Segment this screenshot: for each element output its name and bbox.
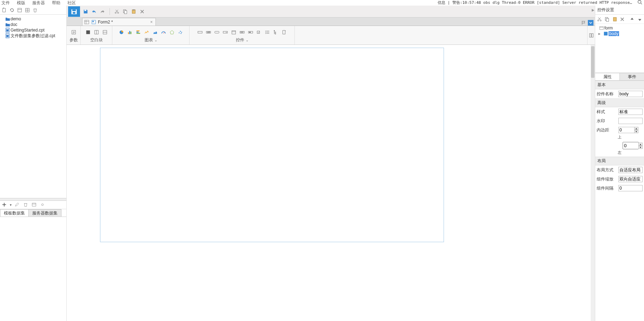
spin-up[interactable]: ▲	[634, 127, 638, 130]
spin-up[interactable]: ▲	[638, 143, 643, 146]
prop-scale-input[interactable]	[618, 176, 643, 182]
spin-down[interactable]: ▼	[638, 146, 643, 149]
tabstrip-flag-icon[interactable]	[581, 20, 586, 26]
preview-icon[interactable]	[31, 202, 37, 207]
pwd-icon[interactable]: ••	[248, 29, 253, 35]
svg-point-54	[180, 31, 181, 32]
spin-down[interactable]: ▼	[634, 130, 638, 133]
search-icon[interactable]	[637, 0, 643, 5]
tree-file-paramfilter[interactable]: M 文件数据集参数过滤.cpt	[1, 33, 66, 39]
link-icon[interactable]	[40, 202, 45, 207]
ribbon-side-toggle[interactable]	[587, 26, 595, 45]
textbox-icon[interactable]	[197, 29, 203, 35]
check-icon[interactable]	[256, 29, 262, 35]
prop-name-input[interactable]	[618, 91, 643, 97]
r-paste-icon[interactable]	[612, 16, 618, 22]
prop-gap-input[interactable]	[618, 185, 643, 191]
refresh-icon[interactable]	[9, 7, 15, 13]
menu-template[interactable]: 模版	[17, 0, 25, 6]
widget-more-icon[interactable]: ⌄	[246, 38, 248, 42]
prop-layout-label: 布局方式	[597, 167, 616, 173]
dataset-list	[0, 217, 66, 321]
bar-chart-icon[interactable]	[127, 29, 133, 35]
vertical-scrollbar[interactable]	[591, 45, 595, 321]
r-cut-icon[interactable]	[597, 16, 602, 22]
big-save-button[interactable]	[68, 6, 80, 17]
radar-chart-icon[interactable]	[169, 29, 175, 35]
svg-rect-80	[591, 33, 593, 37]
add-icon[interactable]	[1, 202, 7, 207]
prop-layout-input[interactable]	[618, 167, 643, 173]
tab-template-dataset[interactable]: 模板数据集	[0, 209, 29, 217]
combo-icon[interactable]	[223, 29, 228, 35]
tree-icon[interactable]	[273, 29, 279, 35]
tab-server-dataset[interactable]: 服务器数据集	[28, 209, 61, 217]
line-chart-icon[interactable]	[144, 29, 150, 35]
svg-point-56	[180, 33, 181, 34]
svg-rect-32	[85, 20, 89, 24]
list-icon[interactable]	[265, 29, 270, 35]
menu-file[interactable]: 文件	[1, 0, 10, 6]
redo-icon[interactable]	[100, 9, 105, 14]
ribbon-group-param[interactable]: P 参数	[67, 26, 81, 45]
tab-close-button[interactable]: ×	[149, 20, 154, 25]
button-icon[interactable]	[214, 29, 220, 35]
hbar-chart-icon[interactable]	[135, 29, 141, 35]
save-icon[interactable]	[83, 9, 88, 14]
scroll-thumb[interactable]	[591, 46, 595, 78]
svg-rect-48	[136, 30, 139, 32]
trash-icon[interactable]	[32, 7, 38, 13]
new-file-icon[interactable]	[1, 7, 7, 13]
tabstrip-dropdown-icon[interactable]	[588, 20, 593, 26]
collapse-right-icon[interactable]: ▶	[592, 8, 595, 12]
tree-node-body[interactable]: ▸ body	[596, 31, 643, 36]
blank-split-h-icon[interactable]	[102, 29, 108, 35]
tab-properties[interactable]: 属性	[595, 73, 620, 80]
add-chevron-icon[interactable]: ▾	[10, 203, 12, 207]
pie-chart-icon[interactable]	[119, 29, 124, 35]
undo-icon[interactable]	[91, 9, 97, 14]
gauge-chart-icon[interactable]	[161, 29, 166, 35]
r-up-icon[interactable]	[629, 16, 635, 22]
close-icon[interactable]	[139, 9, 145, 14]
prop-watermark-input[interactable]	[618, 118, 643, 124]
date-icon[interactable]	[231, 29, 237, 35]
number-icon[interactable]: 0.0	[239, 29, 245, 35]
prop-padding-left-input[interactable]	[623, 142, 639, 149]
split-handle[interactable]	[0, 198, 66, 201]
menu-community[interactable]: 社区	[67, 0, 76, 6]
prop-scale-label: 组件缩放	[597, 176, 616, 182]
r-down-icon[interactable]	[637, 16, 643, 22]
grid2-icon[interactable]	[25, 7, 30, 13]
expand-icon[interactable]: ▸	[596, 31, 603, 36]
tree-file-gettingstarted[interactable]: M GettingStarted.cpt	[1, 27, 66, 33]
chart-more-icon[interactable]: ⌄	[154, 38, 157, 42]
paste-icon[interactable]	[131, 9, 137, 14]
area-chart-icon[interactable]	[152, 29, 158, 35]
blank-split-v-icon[interactable]	[94, 29, 99, 35]
svg-point-81	[598, 20, 599, 21]
svg-rect-21	[72, 9, 76, 11]
tab-events[interactable]: 事件	[620, 73, 644, 80]
prop-padding-top-input[interactable]	[618, 127, 635, 133]
r-copy-icon[interactable]	[604, 16, 610, 22]
copy-icon[interactable]	[122, 9, 128, 14]
menu-server[interactable]: 服务器	[32, 0, 45, 6]
tree-folder-demo[interactable]: demo	[1, 16, 66, 22]
right-panel-title: 控件设置	[597, 7, 614, 13]
label-icon[interactable]: 123	[206, 29, 211, 35]
form-body-canvas[interactable]	[100, 48, 444, 242]
prop-style-input[interactable]	[618, 109, 643, 115]
tree-folder-doc[interactable]: doc	[1, 22, 66, 27]
blank-full-icon[interactable]	[85, 29, 91, 35]
tree-node-form[interactable]: form	[596, 25, 643, 31]
edit-icon[interactable]	[14, 202, 20, 207]
grid1-icon[interactable]	[17, 7, 22, 13]
scatter-chart-icon[interactable]	[178, 29, 183, 35]
document-tab[interactable]: Form2 * ×	[82, 18, 156, 26]
cut-icon[interactable]	[114, 9, 120, 14]
file-widget-icon[interactable]	[281, 29, 287, 35]
menu-help[interactable]: 帮助	[52, 0, 60, 6]
r-delete-icon[interactable]	[619, 16, 625, 22]
delete-icon[interactable]	[23, 202, 28, 207]
